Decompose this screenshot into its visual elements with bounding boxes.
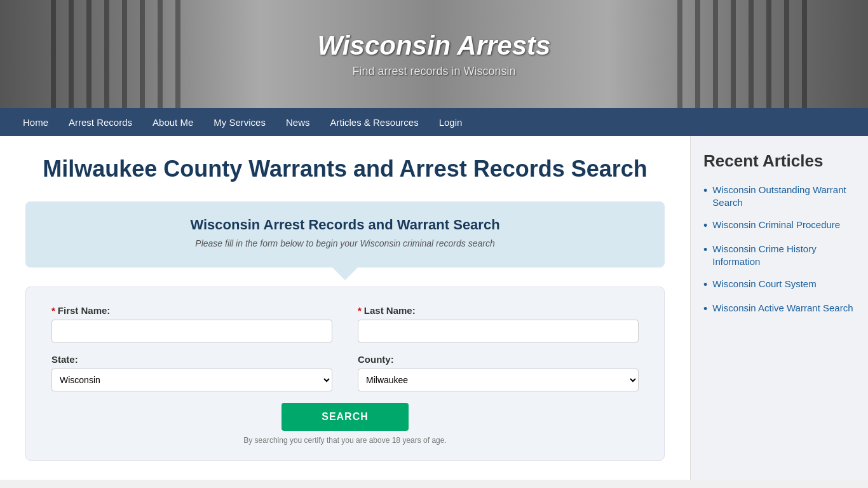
article-link-3[interactable]: Wisconsin Crime History Information (712, 243, 855, 268)
nav-about-me[interactable]: About Me (142, 108, 203, 136)
nav-login[interactable]: Login (429, 108, 473, 136)
article-link-4[interactable]: Wisconsin Court System (712, 278, 816, 290)
first-name-required: * (51, 305, 55, 316)
bullet-icon: • (703, 184, 707, 198)
first-name-group: *First Name: (51, 305, 332, 342)
county-label: County: (358, 354, 639, 365)
site-subtitle: Find arrest records in Wisconsin (318, 65, 551, 78)
list-item: • Wisconsin Criminal Procedure (703, 219, 855, 233)
list-item: • Wisconsin Outstanding Warrant Search (703, 184, 855, 208)
first-name-label: *First Name: (51, 305, 332, 316)
site-title: Wisconsin Arrests (318, 30, 551, 61)
state-group: State: Wisconsin Alabama Alaska Arizona … (51, 354, 332, 391)
list-item: • Wisconsin Crime History Information (703, 243, 855, 268)
search-box-subtitle: Please fill in the form below to begin y… (44, 238, 646, 248)
sidebar: Recent Articles • Wisconsin Outstanding … (690, 136, 868, 480)
list-item: • Wisconsin Active Warrant Search (703, 302, 855, 316)
main-content: Milwaukee County Warrants and Arrest Rec… (0, 136, 690, 480)
search-form-container: *First Name: *Last Name: State: Wisconsi… (25, 287, 665, 461)
nav-news[interactable]: News (276, 108, 320, 136)
search-button[interactable]: SEARCH (281, 403, 409, 431)
hero-content: Wisconsin Arrests Find arrest records in… (318, 30, 551, 78)
hero-banner: Wisconsin Arrests Find arrest records in… (0, 0, 868, 108)
hero-bars-left (51, 0, 191, 108)
last-name-input[interactable] (358, 320, 639, 342)
hero-bars-right (677, 0, 817, 108)
recent-articles-list: • Wisconsin Outstanding Warrant Search •… (703, 184, 855, 316)
article-link-5[interactable]: Wisconsin Active Warrant Search (712, 302, 853, 315)
page-title: Milwaukee County Warrants and Arrest Rec… (25, 155, 665, 182)
bullet-icon: • (703, 219, 707, 233)
list-item: • Wisconsin Court System (703, 278, 855, 292)
bullet-icon: • (703, 302, 707, 316)
last-name-label: *Last Name: (358, 305, 639, 316)
nav-articles[interactable]: Articles & Resources (320, 108, 428, 136)
search-info-box: Wisconsin Arrest Records and Warrant Sea… (25, 201, 665, 268)
nav-arrest-records[interactable]: Arrest Records (58, 108, 142, 136)
bullet-icon: • (703, 243, 707, 257)
bullet-icon: • (703, 278, 707, 292)
last-name-required: * (358, 305, 362, 316)
nav-home[interactable]: Home (13, 108, 58, 136)
main-nav: Home Arrest Records About Me My Services… (0, 108, 868, 136)
first-name-input[interactable] (51, 320, 332, 342)
name-row: *First Name: *Last Name: (51, 305, 639, 342)
state-label: State: (51, 354, 332, 365)
last-name-group: *Last Name: (358, 305, 639, 342)
county-group: County: Milwaukee Dane Waukesha Brown Ra… (358, 354, 639, 391)
article-link-1[interactable]: Wisconsin Outstanding Warrant Search (712, 184, 855, 208)
nav-my-services[interactable]: My Services (203, 108, 276, 136)
page-layout: Milwaukee County Warrants and Arrest Rec… (0, 136, 868, 480)
article-link-2[interactable]: Wisconsin Criminal Procedure (712, 219, 840, 231)
form-disclaimer: By searching you certify that you are ab… (51, 436, 639, 445)
location-row: State: Wisconsin Alabama Alaska Arizona … (51, 354, 639, 391)
search-box-title: Wisconsin Arrest Records and Warrant Sea… (44, 217, 646, 233)
county-select[interactable]: Milwaukee Dane Waukesha Brown Racine (358, 369, 639, 391)
sidebar-title: Recent Articles (703, 151, 855, 171)
state-select[interactable]: Wisconsin Alabama Alaska Arizona Califor… (51, 369, 332, 391)
